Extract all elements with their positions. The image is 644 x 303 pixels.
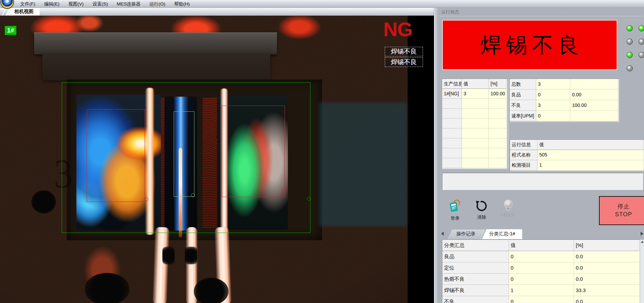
clear-button-label: 清除 — [471, 214, 492, 220]
totals-table: 总数3良品00.00不良3100.00速率[UPM]0 — [509, 79, 619, 122]
photo-hole — [194, 278, 229, 303]
tab-operation-log-label[interactable]: 操作记录 — [456, 231, 475, 237]
tab-scroll-left-icon[interactable] — [441, 232, 444, 236]
menu-item[interactable]: 帮助(H) — [170, 0, 194, 8]
summary-table-scrollbar[interactable] — [640, 239, 644, 303]
table-cell — [462, 138, 489, 148]
defect-label-list: 焊锡不良焊锡不良 — [385, 47, 424, 68]
status-led-on — [627, 52, 633, 58]
circular-arrow-icon — [477, 201, 487, 211]
photo-hole — [85, 273, 130, 303]
roi-defect-right — [222, 106, 285, 197]
table-cell: 程式名称 — [510, 150, 538, 160]
table-cell — [489, 119, 507, 128]
inspection-result-label: NG — [383, 19, 412, 39]
status-led-off — [627, 65, 633, 71]
table-cell: 0 — [509, 251, 574, 262]
table-cell: 1#[NG] — [442, 89, 462, 99]
clear-button[interactable]: 清除 — [471, 200, 492, 220]
photo-ledge-upper — [34, 32, 277, 54]
table-header-cell: [%] — [574, 240, 640, 251]
production-info-table: 生产信息值[%]1#[NG]3100.00 — [442, 79, 508, 169]
table-cell: 速率[UPM] — [510, 111, 536, 121]
table-cell: 0.0 — [574, 251, 640, 262]
table-cell: 505 — [538, 150, 644, 160]
status-led-off — [639, 39, 644, 45]
led-light-button[interactable]: LED 灯 — [498, 199, 518, 218]
tab-scroll-right-icon[interactable] — [641, 232, 643, 236]
table-cell: 0 — [509, 296, 574, 303]
table-header-cell: 运行信息 — [510, 140, 538, 150]
photo-ledge-lower — [42, 54, 270, 80]
table-header-cell: 值 — [538, 140, 644, 150]
table-cell: 0.0 — [574, 296, 640, 303]
table-cell: 100.00 — [570, 100, 618, 111]
table-cell: 良品 — [510, 89, 536, 100]
table-cell — [489, 99, 507, 109]
table-cell: 0 — [536, 111, 570, 121]
table-cell: 0 — [536, 89, 570, 100]
status-led-on — [639, 25, 644, 31]
table-cell — [462, 109, 489, 119]
menu-item[interactable]: 运行(O) — [145, 0, 170, 8]
led-button-label: LED 灯 — [498, 212, 518, 218]
table-cell: 1 — [538, 160, 644, 170]
table-cell — [442, 99, 462, 109]
camera-view[interactable]: 3 1# NG 焊锡不良焊锡不良 — [0, 15, 434, 303]
message-box — [442, 173, 643, 190]
table-header-cell: 分类汇总 — [442, 240, 509, 251]
table-cell: 0 — [509, 274, 574, 285]
table-cell — [442, 119, 462, 128]
table-header-cell: 生产信息 — [442, 79, 462, 89]
table-cell — [462, 119, 489, 128]
status-led-off — [627, 39, 633, 45]
table-cell: 不良 — [442, 296, 509, 303]
roi-handle — [282, 190, 286, 194]
bottom-tab-bar: 操作记录 分类汇总-1# — [437, 229, 644, 239]
table-header-cell: [%] — [489, 79, 507, 89]
id-badge-icon — [449, 199, 462, 212]
roi-handle — [145, 197, 148, 201]
view-tab-strip: 相机视图 — [0, 8, 434, 16]
tab-camera-view[interactable]: 相机视图 — [5, 8, 40, 15]
login-button-label: 登录 — [445, 215, 465, 221]
table-header-cell: 值 — [462, 79, 489, 89]
stop-button-label-cn: 停止 — [600, 203, 644, 211]
table-cell — [462, 148, 489, 158]
run-status-panel: 运行状态 焊锡不良 生产信息值[%]1#[NG]3100.00 总数3良品00.… — [437, 8, 644, 303]
panel-splitter[interactable] — [434, 8, 437, 303]
table-cell: 检测项目 — [510, 160, 538, 170]
result-banner: 焊锡不良 — [442, 20, 617, 70]
table-cell: 3 — [536, 79, 570, 89]
menu-item[interactable]: MES连接器 — [112, 0, 145, 8]
menu-items: 文件(F)编辑(E)视图(V)设置(S)MES连接器运行(O)帮助(H) — [16, 0, 194, 8]
table-cell: 0 — [509, 262, 574, 274]
roi-handle — [191, 193, 195, 197]
groupbox-divider — [439, 15, 643, 16]
table-cell — [462, 158, 489, 168]
table-cell: 0.0 — [574, 262, 640, 274]
table-cell — [489, 128, 507, 138]
table-cell — [442, 109, 462, 119]
photo-hole — [185, 247, 197, 264]
tab-summary-label[interactable]: 分类汇总-1# — [489, 231, 515, 237]
stop-button[interactable]: 停止 STOP — [599, 196, 644, 225]
table-cell: 3 — [536, 100, 570, 111]
menu-item[interactable]: 设置(S) — [88, 0, 112, 8]
table-cell: 不良 — [510, 100, 536, 111]
status-led-on — [627, 25, 633, 31]
roi-defect-left — [87, 109, 145, 202]
table-cell: 33.3 — [574, 285, 640, 296]
menu-item[interactable]: 视图(V) — [64, 0, 88, 8]
menu-item[interactable]: 编辑(E) — [40, 0, 64, 8]
login-button[interactable]: 登录 — [445, 199, 465, 221]
scroll-up-icon[interactable] — [641, 241, 644, 243]
table-cell: 3 — [462, 89, 489, 99]
table-cell — [442, 128, 462, 138]
photo-lead-left — [152, 227, 170, 303]
table-cell: 热熔不良 — [442, 274, 509, 285]
run-info-table: 运行信息值程式名称505检测项目1 — [510, 139, 644, 171]
menu-item[interactable]: 文件(F) — [16, 0, 40, 8]
stop-button-label-en: STOP — [600, 211, 644, 219]
app-logo-icon — [1, 0, 13, 8]
